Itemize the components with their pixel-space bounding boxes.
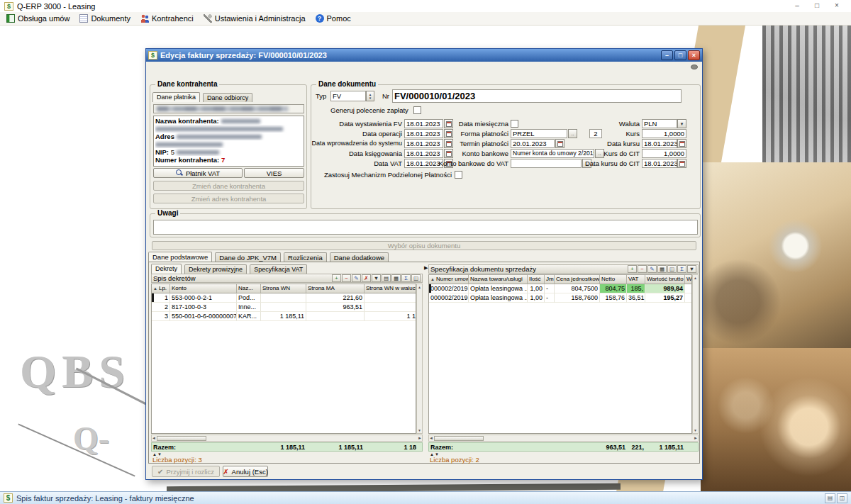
export-icon[interactable]: ◫ — [667, 265, 677, 273]
tab-dekrety-prowizyjne[interactable]: Dekrety prowizyjne — [184, 264, 247, 274]
globe-photo — [701, 348, 851, 491]
menu-obsluga-umow[interactable]: Obsługa umów — [1, 12, 74, 26]
sum-icon[interactable]: Σ — [677, 265, 686, 273]
col-ilosc[interactable]: Ilość — [528, 275, 545, 284]
col-nazwa[interactable]: Naz... — [237, 284, 261, 293]
cancel-icon[interactable]: ✗ — [362, 274, 371, 282]
export-icon[interactable]: ◫ — [411, 274, 421, 282]
columns-icon[interactable]: ▦ — [657, 265, 667, 273]
add-icon[interactable]: + — [628, 265, 637, 273]
col-netto[interactable]: Netto — [600, 275, 627, 284]
delete-icon[interactable]: − — [342, 274, 351, 282]
col-strona-wn[interactable]: Strona WN — [261, 284, 306, 293]
tab-dekrety[interactable]: Dekrety — [151, 264, 182, 274]
numer-line: Numer kontrahenta: 7 — [155, 156, 302, 164]
col-nazwa-towaru[interactable]: Nazwa towaru/usługi — [469, 275, 528, 284]
close-button[interactable]: × — [688, 50, 700, 60]
col-war[interactable]: War — [685, 275, 692, 284]
typ-spinner[interactable]: ▴▾ — [366, 91, 374, 101]
add-icon[interactable]: + — [332, 274, 341, 282]
nr-field[interactable]: FV/000010/01/2023 — [392, 89, 682, 103]
col-konto[interactable]: Konto — [170, 284, 237, 293]
zmien-dane-button[interactable]: Zmień dane kontrahenta — [153, 181, 304, 191]
tab-specyfikacja-vat[interactable]: Specyfikacja VAT — [250, 264, 307, 274]
zmien-adres-button[interactable]: Zmień adres kontrahenta — [153, 194, 304, 203]
col-lp[interactable]: ▲Lp. — [152, 284, 170, 293]
splitter-handle[interactable]: ▶ — [424, 265, 428, 271]
calendar-button[interactable] — [677, 159, 686, 168]
tab-rozliczenia[interactable]: Rozliczenia — [284, 252, 327, 262]
maximize-button[interactable]: □ — [674, 50, 686, 60]
table-row[interactable]: 1 553-000-0-2-1 Pod... 221,60 — [152, 293, 416, 303]
miesieczna-checkbox[interactable] — [511, 120, 518, 128]
col-strona-wn-waluta[interactable]: Strona WN w walucie głó — [365, 284, 416, 293]
wybor-opisu-button[interactable]: Wybór opisu dokumentu — [152, 241, 696, 250]
kontrahent-name-field[interactable] — [153, 104, 304, 113]
options-eye-icon[interactable] — [691, 65, 698, 69]
generuj-checkbox[interactable] — [413, 106, 421, 114]
menu-kontrahenci[interactable]: Kontrahenci — [135, 12, 199, 26]
delete-icon[interactable]: − — [638, 265, 647, 273]
minimize-button[interactable]: – — [661, 50, 673, 60]
waluta-field[interactable]: PLN — [642, 119, 677, 128]
export-icon[interactable]: ◫ — [837, 493, 847, 503]
data-kursu-cit-label: Data kursu do CIT — [545, 159, 640, 168]
app-icon: $ — [4, 2, 13, 11]
sum-icon[interactable]: Σ — [401, 274, 411, 282]
chevron-down-icon: ▾ — [681, 121, 684, 126]
horizontal-scrollbar[interactable]: ◄► — [428, 435, 699, 442]
uwagi-textarea[interactable] — [153, 220, 698, 235]
maximize-button[interactable]: □ — [807, 0, 827, 12]
col-vat[interactable]: VAT — [627, 275, 645, 284]
col-strona-ma[interactable]: Strona MA — [306, 284, 365, 293]
filter-icon[interactable]: ▼ — [372, 274, 381, 282]
tab-dane-platnika[interactable]: Dane płatnika — [152, 92, 200, 102]
minimize-button[interactable]: – — [787, 0, 807, 12]
platnik-vat-button[interactable]: Płatnik VAT — [153, 168, 243, 178]
tab-dane-dodatkowe[interactable]: Dane dodatkowe — [330, 252, 389, 262]
data-kursu-field[interactable]: 18.01.2023 — [642, 139, 677, 148]
cell-ilosc: 1,00 — [528, 293, 545, 303]
typ-field[interactable]: FV — [330, 91, 366, 101]
calendar-button[interactable] — [677, 139, 686, 148]
menu-pomoc[interactable]: ?Pomoc — [311, 12, 356, 26]
menu-dokumenty[interactable]: Dokumenty — [74, 12, 135, 26]
anuluj-button[interactable]: ✗Anuluj (Esc) — [223, 466, 268, 477]
przyjmij-button[interactable]: ✔Przyjmij i rozlicz — [152, 466, 220, 477]
print-icon[interactable]: ▤ — [825, 493, 835, 503]
tab-dane-jpk[interactable]: Dane do JPK_V7M — [215, 252, 281, 262]
vertical-scrollbar[interactable]: ▲▼ — [416, 284, 423, 434]
kurs-cit-label: Kurs do CIT — [545, 149, 640, 158]
numer-kontrahenta-label: Numer kontrahenta: — [155, 156, 219, 164]
scroll-left-icon: ◄ — [152, 436, 156, 440]
tab-dane-odbiorcy[interactable]: Dane odbiorcy — [203, 93, 252, 102]
edit-icon[interactable]: ✎ — [647, 265, 657, 273]
combo-arrow-button[interactable]: ▾ — [677, 119, 686, 128]
table-row[interactable]: 000002/2019 Opłata leasingowa ... 1,00 -… — [429, 284, 691, 293]
scrollbar-thumb[interactable] — [157, 436, 206, 441]
edit-icon[interactable]: ✎ — [352, 274, 361, 282]
print-icon[interactable]: ▤ — [382, 274, 391, 282]
table-row[interactable]: 2 817-100-0-3 Inne... 963,51 — [152, 303, 416, 312]
columns-icon[interactable]: ▦ — [391, 274, 401, 282]
nip-line: NIP: 5 — [155, 148, 302, 156]
group-label: Dane kontrahenta — [155, 80, 219, 88]
table-row[interactable]: 3 550-001-0-6-00000007 KAR... 1 185,11 1… — [152, 312, 416, 321]
filter-icon[interactable]: ▼ — [687, 265, 696, 273]
kurs-cit-field[interactable]: 1,0000 — [642, 149, 686, 158]
col-cena-jednostkowa[interactable]: Cena jednostkowa — [555, 275, 600, 284]
menu-ustawienia[interactable]: Ustawienia i Administracja — [199, 12, 311, 26]
horizontal-scrollbar[interactable]: ◄► — [151, 435, 423, 442]
mpp-checkbox[interactable] — [455, 171, 462, 179]
data-kursu-cit-field[interactable]: 18.01.2023 — [642, 159, 677, 168]
scrollbar-thumb[interactable] — [434, 436, 484, 441]
vies-button[interactable]: VIES — [244, 168, 304, 178]
tab-dane-podstawowe[interactable]: Dane podstawowe — [148, 252, 212, 262]
close-button[interactable]: × — [827, 0, 847, 12]
vertical-scrollbar[interactable]: ▲▼ — [692, 274, 699, 434]
table-row[interactable]: 000002/2019 Opłata leasingowa ... 1,00 -… — [429, 293, 691, 303]
col-numer-umowy[interactable]: ▲Numer umowy — [429, 275, 469, 284]
kurs-field[interactable]: 1,0000 — [642, 129, 686, 138]
col-wartosc-brutto[interactable]: Wartość brutto — [645, 275, 685, 284]
col-jm[interactable]: Jm — [545, 275, 555, 284]
